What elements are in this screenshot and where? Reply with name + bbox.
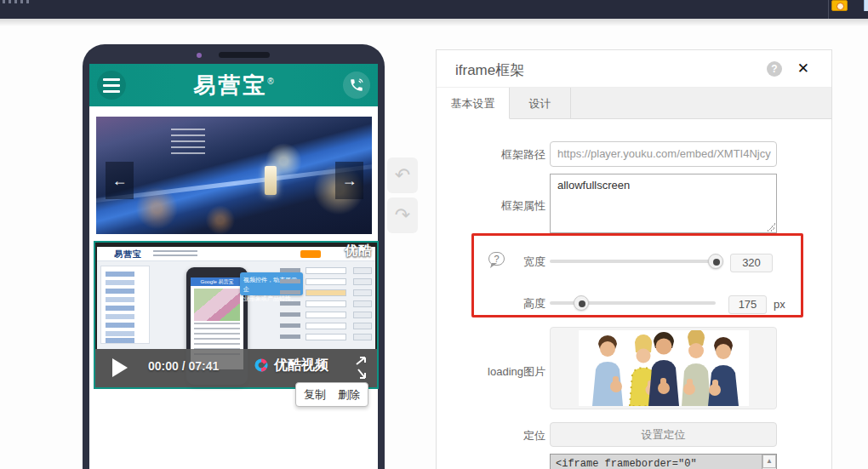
youku-watermark: 优酷 <box>345 243 372 259</box>
phone-call-icon[interactable] <box>343 71 370 99</box>
carousel-next-button[interactable]: → <box>335 162 363 199</box>
video-site-orange-button <box>300 250 321 258</box>
carousel-prev-button[interactable]: ← <box>106 162 134 199</box>
height-value-input[interactable]: 175 <box>728 295 767 314</box>
carousel-watermark <box>171 129 205 154</box>
app-title: 易营宝® <box>193 71 273 100</box>
loading-image-label: loading图片 <box>462 364 545 380</box>
width-slider-track[interactable] <box>550 260 716 263</box>
carousel-banner[interactable]: ← → <box>96 117 372 234</box>
fullscreen-icon[interactable] <box>351 356 370 380</box>
topbar-shadow <box>0 19 868 26</box>
element-context-menu: 复制 删除 <box>295 382 368 407</box>
redo-icon: ↷ <box>395 204 410 226</box>
youku-brand-text: 优酷视频 <box>274 357 328 375</box>
copy-button[interactable]: 复制 <box>304 387 326 403</box>
height-slider-handle[interactable] <box>574 295 589 311</box>
right-arrow-icon: → <box>342 172 357 190</box>
trademark-symbol: ® <box>267 77 273 86</box>
video-phone-browser-bar: Google 易营宝 <box>191 277 243 286</box>
video-frame-content: 易营宝 Google 易营宝 视频控件，动 <box>97 247 375 349</box>
undo-icon: ↶ <box>395 164 410 186</box>
app-header: 易营宝® <box>89 64 378 106</box>
panel-tabs: 基本设置 设计 <box>437 88 831 119</box>
extension-icon[interactable] <box>831 0 848 11</box>
scroll-up-icon[interactable]: ▲ <box>762 455 776 468</box>
help-icon[interactable]: ? <box>767 61 782 77</box>
video-site-logo: 易营宝 <box>114 249 142 260</box>
loading-image-picker[interactable] <box>550 327 777 409</box>
video-site-toolpanel <box>280 266 372 344</box>
loading-image-thumbnail <box>579 330 749 406</box>
undo-button[interactable]: ↶ <box>387 157 418 193</box>
browser-topbar <box>0 0 868 19</box>
panel-title: iframe框架 <box>455 60 524 80</box>
left-arrow-icon: ← <box>112 172 128 190</box>
embed-code-text: <iframe frameborder="0" <box>556 458 759 469</box>
positioning-label: 定位 <box>462 428 545 443</box>
height-label: 高度 <box>496 296 545 312</box>
frame-path-input[interactable]: https://player.youku.com/embed/XMTI4Njcy <box>550 141 777 167</box>
cutoff-text-fragment <box>3 0 31 3</box>
redo-button[interactable]: ↷ <box>387 197 418 233</box>
height-slider[interactable] <box>550 295 716 311</box>
iframe-video-element[interactable]: 易营宝 Google 易营宝 视频控件，动 <box>94 241 379 389</box>
hamburger-menu-icon[interactable] <box>97 71 126 100</box>
width-value-input[interactable]: 320 <box>730 254 773 272</box>
delete-button[interactable]: 删除 <box>338 387 360 403</box>
tab-design[interactable]: 设计 <box>510 88 571 119</box>
video-site-header: 易营宝 <box>97 247 375 261</box>
play-button-icon[interactable] <box>112 358 128 377</box>
camera-icon <box>197 53 202 58</box>
close-icon[interactable]: ✕ <box>797 60 809 77</box>
extension-icon-partial[interactable] <box>864 0 868 11</box>
video-phone-image <box>194 289 240 321</box>
frame-attrs-label: 框架属性 <box>462 198 545 214</box>
panel-header: iframe框架 ? ✕ <box>437 50 831 88</box>
youku-logo-icon <box>254 357 269 373</box>
embed-code-box[interactable]: <iframe frameborder="0" ▲ <box>550 454 777 469</box>
topbar-divider <box>828 0 829 19</box>
video-site-tagline <box>153 250 197 257</box>
phone-screen: 易营宝® ← → 易营宝 <box>89 64 378 469</box>
width-slider[interactable] <box>550 254 716 269</box>
video-time: 00:00 / 07:41 <box>148 359 219 373</box>
height-unit: px <box>774 298 785 311</box>
code-scrollbar[interactable]: ▲ <box>762 455 776 469</box>
set-position-button[interactable]: 设置定位 <box>550 422 777 447</box>
width-label: 宽度 <box>496 255 545 270</box>
video-site-sidebar <box>100 266 150 344</box>
speaker-slot <box>219 52 270 58</box>
frame-attrs-textarea[interactable]: allowfullscreen <box>550 174 777 233</box>
frame-path-label: 框架路径 <box>462 147 545 163</box>
width-slider-handle[interactable] <box>708 254 723 269</box>
tab-basic-settings[interactable]: 基本设置 <box>437 88 510 119</box>
iframe-settings-panel: iframe框架 ? ✕ 基本设置 设计 框架路径 https://player… <box>436 49 832 469</box>
